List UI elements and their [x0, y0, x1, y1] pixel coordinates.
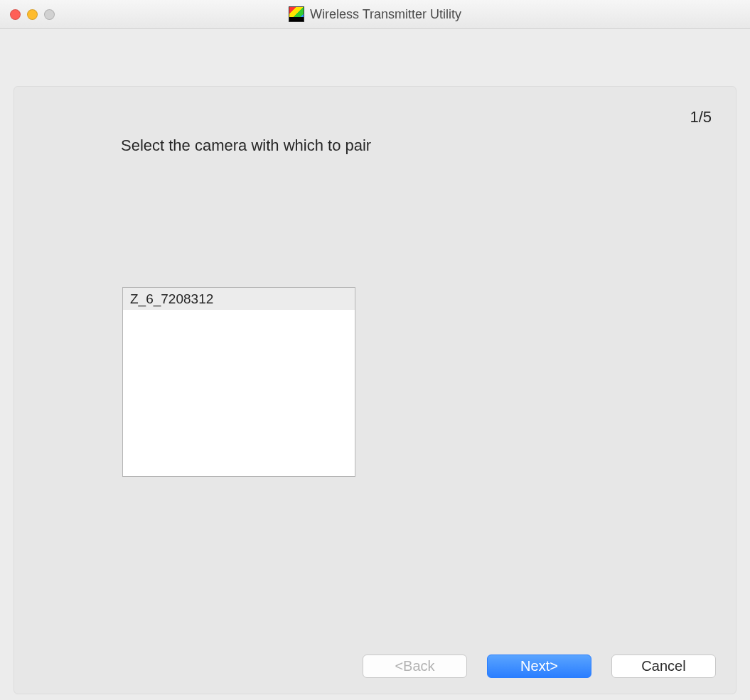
content-area: 1/5 Select the camera with which to pair… [0, 29, 750, 700]
button-row: <Back Next> Cancel [363, 655, 716, 678]
cancel-button[interactable]: Cancel [611, 655, 716, 678]
next-button[interactable]: Next> [487, 655, 591, 678]
camera-listbox[interactable]: Z_6_7208312 [122, 287, 355, 477]
app-icon [289, 6, 304, 22]
zoom-window-button [44, 9, 55, 20]
step-indicator: 1/5 [690, 108, 712, 126]
minimize-window-button[interactable] [27, 9, 38, 20]
window-title: Wireless Transmitter Utility [310, 7, 461, 22]
list-item[interactable]: Z_6_7208312 [123, 288, 355, 310]
back-button: <Back [363, 655, 467, 678]
close-window-button[interactable] [10, 9, 21, 20]
title-center: Wireless Transmitter Utility [0, 6, 750, 22]
instruction-text: Select the camera with which to pair [121, 136, 371, 155]
wizard-panel: 1/5 Select the camera with which to pair… [14, 86, 736, 694]
window-controls [10, 9, 55, 20]
titlebar: Wireless Transmitter Utility [0, 0, 750, 29]
